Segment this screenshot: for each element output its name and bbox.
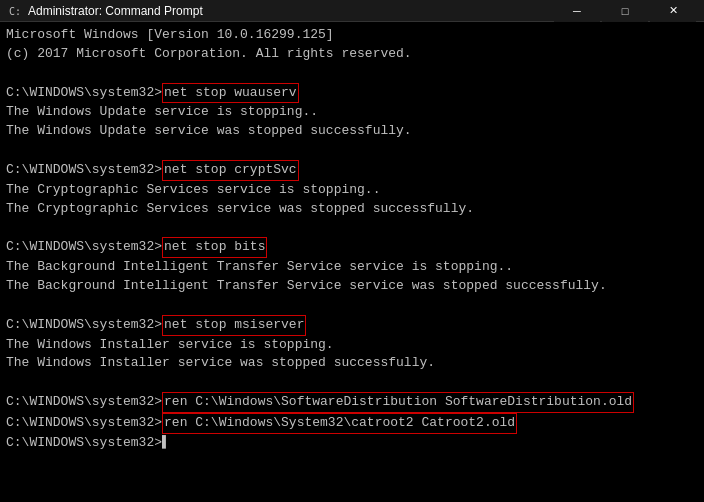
title-bar: C: Administrator: Command Prompt ─ □ ✕ <box>0 0 704 22</box>
prompt-text: C:\WINDOWS\system32> <box>6 85 162 100</box>
terminal-line: The Background Intelligent Transfer Serv… <box>6 277 698 296</box>
prompt-text: C:\WINDOWS\system32> <box>6 317 162 332</box>
terminal-line: Microsoft Windows [Version 10.0.16299.12… <box>6 26 698 45</box>
prompt-text: C:\WINDOWS\system32> <box>6 162 162 177</box>
command-text: net stop wuauserv <box>162 83 299 104</box>
title-bar-text: Administrator: Command Prompt <box>28 4 203 18</box>
terminal-prompt-line: C:\WINDOWS\system32>net stop msiserver <box>6 315 698 336</box>
empty-line <box>6 373 698 392</box>
maximize-button[interactable]: □ <box>602 0 648 22</box>
empty-line <box>6 141 698 160</box>
close-button[interactable]: ✕ <box>650 0 696 22</box>
terminal-line: The Windows Update service is stopping.. <box>6 103 698 122</box>
terminal-line: The Cryptographic Services service was s… <box>6 200 698 219</box>
command-text: net stop msiserver <box>162 315 306 336</box>
minimize-button[interactable]: ─ <box>554 0 600 22</box>
command-text: net stop cryptSvc <box>162 160 299 181</box>
title-bar-controls: ─ □ ✕ <box>554 0 696 22</box>
terminal-prompt-line: C:\WINDOWS\system32>net stop cryptSvc <box>6 160 698 181</box>
terminal-line: The Windows Installer service is stoppin… <box>6 336 698 355</box>
command-text: ren C:\Windows\System32\catroot2 Catroot… <box>162 413 517 434</box>
terminal-line: (c) 2017 Microsoft Corporation. All righ… <box>6 45 698 64</box>
prompt-text: C:\WINDOWS\system32> <box>6 435 162 450</box>
prompt-text: C:\WINDOWS\system32> <box>6 239 162 254</box>
terminal-prompt-line: C:\WINDOWS\system32>ren C:\Windows\Softw… <box>6 392 698 413</box>
command-text: ren C:\Windows\SoftwareDistribution Soft… <box>162 392 634 413</box>
terminal-prompt-line: C:\WINDOWS\system32>net stop wuauserv <box>6 83 698 104</box>
empty-line <box>6 64 698 83</box>
terminal-line: The Windows Installer service was stoppe… <box>6 354 698 373</box>
terminal-prompt-line: C:\WINDOWS\system32>ren C:\Windows\Syste… <box>6 413 698 434</box>
terminal-prompt-only: C:\WINDOWS\system32>▌ <box>6 434 698 453</box>
svg-text:C:: C: <box>9 6 21 17</box>
command-text: net stop bits <box>162 237 267 258</box>
prompt-text: C:\WINDOWS\system32> <box>6 415 162 430</box>
terminal: Microsoft Windows [Version 10.0.16299.12… <box>0 22 704 502</box>
empty-line <box>6 296 698 315</box>
terminal-line: The Cryptographic Services service is st… <box>6 181 698 200</box>
cmd-icon: C: <box>8 4 22 18</box>
terminal-prompt-line: C:\WINDOWS\system32>net stop bits <box>6 237 698 258</box>
terminal-line: The Windows Update service was stopped s… <box>6 122 698 141</box>
prompt-text: C:\WINDOWS\system32> <box>6 394 162 409</box>
cursor: ▌ <box>162 435 170 450</box>
empty-line <box>6 218 698 237</box>
terminal-line: The Background Intelligent Transfer Serv… <box>6 258 698 277</box>
